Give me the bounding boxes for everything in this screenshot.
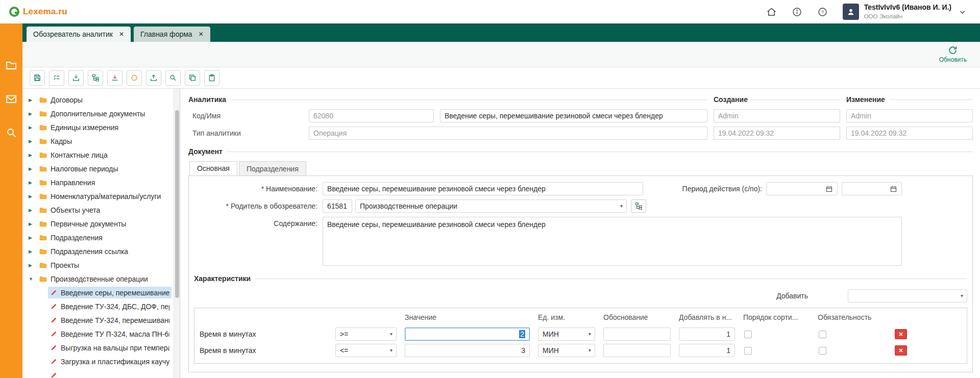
content-textarea[interactable]: Введение серы, перемешивание резиновой с… bbox=[323, 217, 902, 266]
parent-select[interactable]: Производственные операции bbox=[355, 199, 627, 213]
tab-main-form[interactable]: Главная форма bbox=[134, 27, 210, 42]
operator-select[interactable]: >= bbox=[335, 327, 397, 341]
expand-icon[interactable] bbox=[29, 180, 37, 185]
tree-item[interactable]: Налоговые периоды bbox=[22, 162, 174, 175]
unit-select[interactable]: МИН bbox=[538, 327, 595, 341]
expand-icon[interactable] bbox=[29, 97, 37, 103]
created-at-field: 19.04.2022 09:32 bbox=[714, 127, 840, 140]
tree-item[interactable]: Производственные операции bbox=[22, 272, 174, 286]
tree-item[interactable]: Введение ТУ-324, перемешивание bbox=[22, 313, 174, 327]
tree-item[interactable]: Выгрузка на вальцы при температ bbox=[22, 341, 174, 355]
period-from-input[interactable] bbox=[766, 182, 838, 195]
search-button[interactable] bbox=[165, 70, 181, 86]
period-to-input[interactable] bbox=[842, 182, 902, 195]
tree-item[interactable]: Первичные документы bbox=[22, 217, 174, 231]
add-number-input[interactable]: 1 bbox=[679, 327, 735, 341]
expand-icon[interactable] bbox=[29, 111, 37, 116]
tree-item[interactable]: Кадры bbox=[22, 134, 174, 148]
app-header: Lexema.ru ? TestIvIvIv6 (Иванов И. И.) О… bbox=[0, 0, 980, 23]
tree-item[interactable]: Загрузка и пластификация каучуко bbox=[22, 355, 174, 368]
tree-item[interactable]: Номенклатура/материалы/услуги bbox=[22, 189, 174, 203]
tree-item[interactable]: Направления bbox=[22, 175, 174, 189]
sync-button[interactable] bbox=[127, 70, 142, 86]
expand-icon[interactable] bbox=[29, 139, 37, 144]
tree-item-label: Загрузка и пластификация каучуко bbox=[61, 358, 169, 366]
save-button[interactable] bbox=[30, 70, 45, 86]
help-icon[interactable]: ? bbox=[817, 6, 828, 17]
home-icon[interactable] bbox=[766, 6, 777, 17]
tab-label: Главная форма bbox=[140, 30, 192, 38]
search-rail-icon[interactable] bbox=[5, 127, 17, 139]
justification-input[interactable] bbox=[603, 327, 671, 341]
tree-item[interactable]: Подразделения ссылка bbox=[22, 244, 174, 258]
tab-main[interactable]: Основная bbox=[189, 161, 237, 175]
add-number-input[interactable]: 1 bbox=[679, 344, 735, 357]
chevron-down-icon[interactable] bbox=[957, 6, 968, 17]
expand-icon[interactable] bbox=[29, 263, 37, 268]
required-checkbox[interactable] bbox=[819, 347, 826, 355]
copy-button[interactable] bbox=[185, 70, 200, 86]
tree-item[interactable]: Единицы измерения bbox=[22, 120, 174, 134]
calendar-icon[interactable] bbox=[825, 185, 833, 193]
operator-select[interactable]: <= bbox=[335, 344, 397, 357]
tab-analytics-browser[interactable]: Обозреватель аналитик bbox=[27, 27, 131, 42]
expand-icon[interactable] bbox=[29, 208, 37, 213]
tree-item[interactable]: Договоры bbox=[22, 93, 174, 107]
delete-row-button[interactable] bbox=[895, 329, 907, 339]
unit-select[interactable]: МИН bbox=[538, 344, 595, 357]
analytics-form: Аналитика Создание Изменение Код/Имя 620… bbox=[180, 89, 980, 378]
folder-rail-icon[interactable] bbox=[5, 59, 17, 71]
import-button[interactable] bbox=[68, 70, 84, 86]
expand-icon[interactable] bbox=[29, 276, 37, 282]
tree-scrollbar[interactable] bbox=[174, 89, 180, 378]
tree-item[interactable]: Дополнительные документы bbox=[22, 107, 174, 120]
tree-item-label: Единицы измерения bbox=[51, 123, 169, 132]
tree-item[interactable]: Введение серы, перемешивание р bbox=[22, 286, 174, 299]
required-checkbox[interactable] bbox=[819, 331, 826, 338]
sort-order-checkbox[interactable] bbox=[744, 331, 752, 338]
analytics-name-field[interactable]: Введение серы, перемешивание резиновой с… bbox=[440, 109, 707, 122]
pencil-icon bbox=[50, 303, 58, 310]
expand-icon[interactable] bbox=[29, 166, 37, 171]
lexema-logo-icon bbox=[9, 7, 19, 17]
expand-icon[interactable] bbox=[29, 221, 37, 226]
tree-item[interactable]: Объекты учета bbox=[22, 203, 174, 217]
calendar-icon[interactable] bbox=[890, 185, 897, 193]
sort-order-checkbox[interactable] bbox=[744, 347, 752, 355]
add-characteristic-select[interactable] bbox=[848, 289, 967, 303]
info-icon[interactable] bbox=[792, 6, 803, 17]
expand-icon[interactable] bbox=[29, 235, 37, 240]
tree-item[interactable]: Введение ТУ-324, ДБС, ДОФ, перем bbox=[22, 299, 174, 313]
tree-structure-button[interactable] bbox=[88, 70, 103, 86]
tab-departments[interactable]: Подразделения bbox=[239, 161, 306, 175]
tree-item[interactable] bbox=[22, 368, 174, 378]
export-button[interactable] bbox=[107, 70, 122, 86]
delete-row-button[interactable] bbox=[895, 345, 907, 356]
open-tree-picker-button[interactable] bbox=[631, 199, 646, 213]
mail-icon[interactable] bbox=[5, 93, 17, 105]
justification-input[interactable] bbox=[603, 344, 671, 357]
tree-item[interactable]: Введение ТУ П-324, масла ПН-6ш, п bbox=[22, 327, 174, 341]
upload-button[interactable] bbox=[146, 70, 161, 86]
expand-icon[interactable] bbox=[29, 125, 37, 130]
value-input[interactable]: 3 bbox=[405, 344, 530, 357]
parent-code-input[interactable]: 61581 bbox=[323, 199, 352, 213]
paste-button[interactable] bbox=[204, 70, 219, 86]
name-input[interactable]: Введение серы, перемешивание резиновой с… bbox=[323, 182, 643, 195]
app-logo[interactable]: Lexema.ru bbox=[9, 7, 67, 17]
value-input[interactable]: 2 bbox=[405, 327, 530, 341]
refresh-button[interactable]: Обновить bbox=[939, 42, 967, 67]
scrollbar-thumb[interactable] bbox=[175, 110, 179, 298]
close-tab-icon[interactable] bbox=[119, 31, 124, 37]
checklist-button[interactable] bbox=[49, 70, 64, 86]
expand-icon[interactable] bbox=[29, 153, 37, 158]
expand-icon[interactable] bbox=[29, 249, 37, 254]
expand-icon[interactable] bbox=[29, 194, 37, 199]
tree-item[interactable]: Контактные лица bbox=[22, 148, 174, 162]
tree-item[interactable]: Проекты bbox=[22, 258, 174, 272]
tree-item[interactable]: Подразделения bbox=[22, 231, 174, 244]
folder-icon bbox=[39, 110, 47, 118]
close-tab-icon[interactable] bbox=[199, 31, 204, 37]
period-label: Период действия (с/по): bbox=[682, 182, 762, 193]
user-menu[interactable]: TestIvIvIv6 (Иванов И. И.) ООО Эколайн bbox=[843, 3, 968, 20]
